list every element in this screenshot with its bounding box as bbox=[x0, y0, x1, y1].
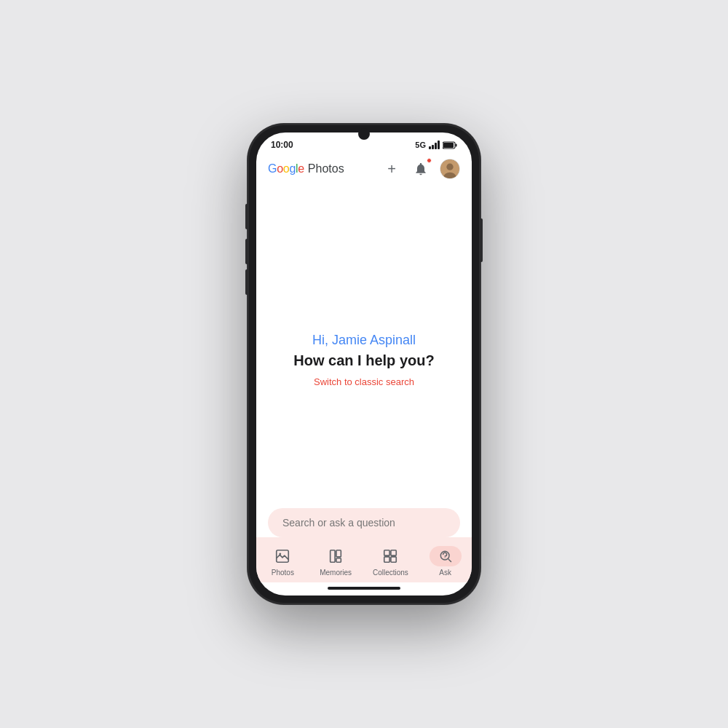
search-input[interactable] bbox=[268, 508, 460, 537]
collections-nav-icon bbox=[374, 546, 406, 566]
google-logo-text: Google bbox=[268, 162, 304, 175]
ask-nav-label: Ask bbox=[439, 569, 451, 577]
svg-rect-13 bbox=[384, 557, 389, 562]
greeting-name: Hi, Jamie Aspinall bbox=[312, 333, 416, 348]
header-actions: + bbox=[381, 159, 460, 179]
status-right: 5G bbox=[415, 141, 457, 149]
avatar-image bbox=[440, 159, 459, 179]
svg-point-4 bbox=[446, 164, 453, 170]
photos-logo-text: Photos bbox=[308, 162, 344, 175]
bottom-nav: Photos Memories bbox=[256, 537, 472, 582]
svg-rect-9 bbox=[336, 550, 341, 557]
ask-nav-icon bbox=[430, 546, 462, 566]
app-header: Google Photos + bbox=[256, 153, 472, 185]
signal-label: 5G bbox=[415, 141, 426, 149]
nav-item-collections[interactable]: Collections bbox=[364, 543, 417, 579]
home-indicator bbox=[328, 587, 400, 590]
svg-rect-8 bbox=[331, 550, 335, 563]
svg-rect-12 bbox=[391, 550, 396, 555]
collections-nav-label: Collections bbox=[373, 569, 408, 577]
search-area bbox=[256, 502, 472, 537]
svg-rect-2 bbox=[443, 143, 454, 148]
user-avatar[interactable] bbox=[440, 159, 460, 179]
svg-rect-11 bbox=[384, 550, 389, 555]
signal-bars-icon bbox=[429, 141, 440, 149]
status-time: 10:00 bbox=[271, 140, 293, 150]
phone-screen: 10:00 5G bbox=[256, 132, 472, 596]
svg-rect-10 bbox=[336, 558, 341, 563]
notification-button[interactable] bbox=[411, 159, 431, 179]
bell-icon bbox=[414, 162, 428, 176]
memories-nav-label: Memories bbox=[320, 569, 352, 577]
greeting-question: How can I help you? bbox=[293, 352, 434, 369]
app-logo: Google Photos bbox=[268, 162, 344, 175]
battery-icon bbox=[443, 141, 457, 149]
memories-nav-icon bbox=[320, 546, 352, 566]
nav-item-memories[interactable]: Memories bbox=[311, 543, 360, 579]
notification-badge bbox=[427, 158, 432, 163]
svg-rect-1 bbox=[456, 143, 457, 146]
nav-item-photos[interactable]: Photos bbox=[258, 543, 307, 579]
svg-point-16 bbox=[444, 557, 445, 558]
add-button[interactable]: + bbox=[381, 159, 402, 179]
svg-rect-14 bbox=[391, 557, 396, 562]
phone-frame: 10:00 5G bbox=[248, 124, 480, 604]
switch-classic-link[interactable]: Switch to classic search bbox=[314, 376, 414, 387]
gemini-star-icon bbox=[342, 272, 386, 315]
nav-item-ask[interactable]: Ask bbox=[421, 543, 470, 579]
photos-nav-icon bbox=[266, 546, 298, 566]
photos-nav-label: Photos bbox=[272, 569, 294, 577]
camera-notch bbox=[358, 128, 370, 140]
main-content: Hi, Jamie Aspinall How can I help you? S… bbox=[256, 185, 472, 502]
